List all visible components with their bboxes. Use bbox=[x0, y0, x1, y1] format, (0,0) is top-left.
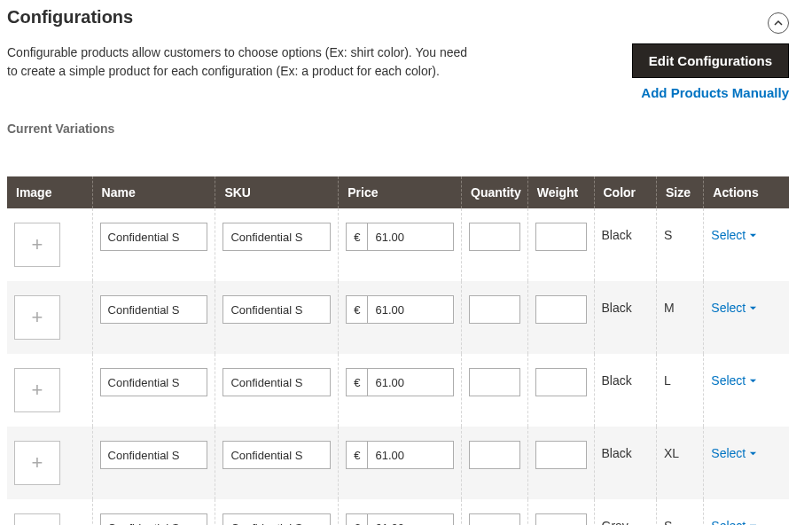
sku-input[interactable] bbox=[223, 441, 331, 469]
edit-configurations-button[interactable]: Edit Configurations bbox=[632, 43, 789, 78]
quantity-input[interactable] bbox=[469, 441, 520, 469]
currency-symbol: € bbox=[346, 441, 367, 469]
name-input[interactable] bbox=[100, 223, 208, 251]
name-input[interactable] bbox=[100, 295, 208, 324]
col-header-price[interactable]: Price bbox=[339, 176, 462, 208]
plus-icon: + bbox=[32, 379, 43, 402]
name-input[interactable] bbox=[100, 368, 208, 396]
quantity-input[interactable] bbox=[469, 295, 520, 324]
sku-input[interactable] bbox=[223, 513, 331, 525]
plus-icon: + bbox=[32, 233, 43, 256]
weight-input[interactable] bbox=[535, 441, 587, 469]
price-input[interactable] bbox=[367, 223, 454, 251]
price-input[interactable] bbox=[367, 295, 454, 324]
size-value: S bbox=[664, 223, 696, 242]
size-value: XL bbox=[664, 441, 696, 460]
row-actions-select[interactable]: Select bbox=[711, 223, 757, 242]
select-label: Select bbox=[711, 373, 746, 388]
col-header-image[interactable]: Image bbox=[7, 176, 92, 208]
col-header-color[interactable]: Color bbox=[594, 176, 656, 208]
image-upload-button[interactable]: + bbox=[14, 368, 60, 412]
size-value: M bbox=[664, 295, 696, 315]
main-scroll[interactable]: Configurations Configurable products all… bbox=[0, 0, 796, 525]
image-upload-button[interactable]: + bbox=[14, 223, 60, 267]
price-input[interactable] bbox=[367, 513, 454, 525]
col-header-name[interactable]: Name bbox=[92, 176, 215, 208]
chevron-up-icon bbox=[774, 19, 783, 27]
caret-down-icon bbox=[749, 231, 757, 239]
price-input[interactable] bbox=[367, 441, 454, 469]
image-upload-button[interactable]: + bbox=[14, 513, 60, 525]
color-value: Black bbox=[602, 223, 649, 242]
name-input[interactable] bbox=[100, 513, 208, 525]
table-row: +€BlackLSelect bbox=[7, 354, 789, 427]
caret-down-icon bbox=[749, 522, 757, 526]
col-header-quantity[interactable]: Quantity bbox=[462, 176, 528, 208]
color-value: Black bbox=[602, 295, 649, 315]
quantity-input[interactable] bbox=[469, 368, 520, 396]
col-header-weight[interactable]: Weight bbox=[527, 176, 594, 208]
caret-down-icon bbox=[749, 450, 757, 458]
page-title: Configurations bbox=[7, 7, 133, 27]
caret-down-icon bbox=[749, 377, 757, 385]
col-header-size[interactable]: Size bbox=[656, 176, 703, 208]
size-value: L bbox=[664, 368, 696, 388]
currency-symbol: € bbox=[346, 295, 367, 324]
weight-input[interactable] bbox=[535, 295, 587, 324]
name-input[interactable] bbox=[100, 441, 208, 469]
weight-input[interactable] bbox=[535, 223, 587, 251]
quantity-input[interactable] bbox=[469, 513, 520, 525]
price-input[interactable] bbox=[367, 368, 454, 396]
table-row: +€GraySSelect bbox=[7, 499, 789, 525]
caret-down-icon bbox=[749, 304, 757, 312]
table-row: +€BlackSSelect bbox=[7, 208, 789, 281]
col-header-actions[interactable]: Actions bbox=[704, 176, 789, 208]
select-label: Select bbox=[711, 301, 746, 315]
table-row: +€BlackMSelect bbox=[7, 281, 789, 354]
row-actions-select[interactable]: Select bbox=[711, 441, 757, 460]
current-variations-label: Current Variations bbox=[7, 121, 789, 136]
sku-input[interactable] bbox=[223, 223, 331, 251]
plus-icon: + bbox=[32, 451, 43, 474]
select-label: Select bbox=[711, 519, 746, 525]
plus-icon: + bbox=[32, 306, 43, 329]
col-header-sku[interactable]: SKU bbox=[215, 176, 339, 208]
color-value: Black bbox=[602, 368, 649, 388]
variations-table: Image Name SKU Price Quantity Weight Col… bbox=[7, 176, 789, 525]
color-value: Black bbox=[602, 441, 649, 460]
sku-input[interactable] bbox=[223, 295, 331, 324]
select-label: Select bbox=[711, 228, 746, 242]
size-value: S bbox=[664, 513, 696, 525]
weight-input[interactable] bbox=[535, 513, 587, 525]
collapse-section-button[interactable] bbox=[768, 12, 789, 34]
weight-input[interactable] bbox=[535, 368, 587, 396]
intro-text: Configurable products allow customers to… bbox=[7, 43, 468, 81]
row-actions-select[interactable]: Select bbox=[711, 513, 757, 525]
row-actions-select[interactable]: Select bbox=[711, 295, 757, 315]
currency-symbol: € bbox=[346, 223, 367, 251]
color-value: Gray bbox=[602, 513, 649, 525]
currency-symbol: € bbox=[346, 368, 367, 396]
select-label: Select bbox=[711, 446, 746, 460]
row-actions-select[interactable]: Select bbox=[711, 368, 757, 388]
table-row: +€BlackXLSelect bbox=[7, 427, 789, 499]
quantity-input[interactable] bbox=[469, 223, 520, 251]
image-upload-button[interactable]: + bbox=[14, 295, 60, 340]
image-upload-button[interactable]: + bbox=[14, 441, 60, 485]
add-products-manually-link[interactable]: Add Products Manually bbox=[641, 85, 789, 100]
currency-symbol: € bbox=[346, 513, 367, 525]
sku-input[interactable] bbox=[223, 368, 331, 396]
